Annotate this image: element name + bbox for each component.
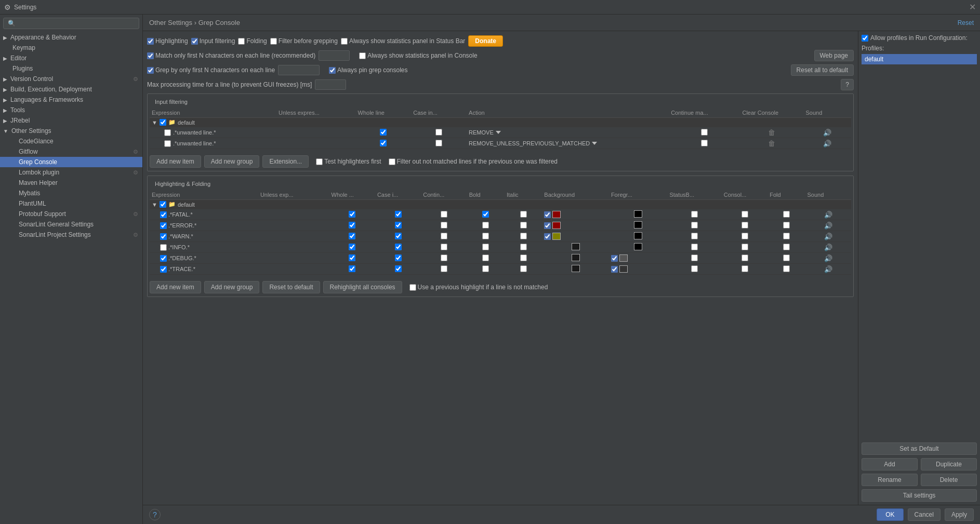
profile-item[interactable]: default: [862, 54, 977, 64]
always-show-stats-console-check[interactable]: [359, 52, 366, 59]
reset-all-button[interactable]: Reset all to default: [791, 64, 854, 76]
grep-only-checkbox[interactable]: Grep by only first N characters on each …: [147, 66, 275, 74]
fg-checkbox[interactable]: [611, 265, 666, 273]
consol-check[interactable]: [741, 222, 748, 229]
sidebar-item-mybatis[interactable]: Mybatis: [0, 188, 142, 198]
row-checkbox[interactable]: [160, 266, 167, 273]
bold-check[interactable]: [482, 244, 489, 250]
always-pin-checkbox[interactable]: Always pin grep consoles: [329, 66, 407, 74]
case-check[interactable]: [395, 233, 402, 239]
bold-check[interactable]: [482, 265, 489, 272]
set-as-default-button[interactable]: Set as Default: [862, 442, 977, 455]
consol-check[interactable]: [741, 211, 748, 218]
delete-button[interactable]: Delete: [921, 474, 977, 486]
folding-checkbox[interactable]: Folding: [238, 37, 267, 45]
cancel-button[interactable]: Cancel: [908, 508, 941, 521]
use-previous-check[interactable]: [409, 284, 416, 291]
whole-check[interactable]: [349, 222, 355, 229]
statusb-check[interactable]: [691, 265, 698, 272]
contin-check[interactable]: [441, 265, 447, 272]
use-previous-checkbox[interactable]: Use a previous highlight if a line is no…: [409, 284, 548, 291]
help-button[interactable]: ?: [841, 79, 854, 90]
filter-before-grepping-check[interactable]: [270, 38, 277, 45]
consol-check[interactable]: [741, 233, 748, 239]
sidebar-item-codeglance[interactable]: CodeGlance: [0, 136, 142, 146]
italic-check[interactable]: [520, 244, 527, 250]
contin-check[interactable]: [441, 222, 447, 229]
sidebar-item-version-control[interactable]: ▶ Version Control ⚙: [0, 74, 142, 84]
contin-check[interactable]: [441, 211, 447, 218]
whole-check[interactable]: [349, 265, 355, 272]
whole-line-check[interactable]: [380, 140, 387, 146]
allow-profiles-check[interactable]: [862, 35, 868, 42]
statusb-check[interactable]: [691, 244, 698, 250]
whole-check[interactable]: [349, 254, 355, 261]
whole-line-check[interactable]: [380, 129, 387, 136]
fold-check[interactable]: [783, 265, 790, 272]
fg-checkbox[interactable]: [611, 254, 666, 262]
sound-icon[interactable]: 🔊: [824, 211, 832, 219]
sidebar-item-languages[interactable]: ▶ Languages & Frameworks: [0, 95, 142, 105]
bg-checkbox[interactable]: [544, 211, 607, 218]
match-only-checkbox[interactable]: Match only first N characters on each li…: [147, 52, 315, 59]
fold-check[interactable]: [783, 222, 790, 229]
sidebar-item-gitflow[interactable]: Gitflow ⚙: [0, 146, 142, 157]
sidebar-item-sonarlint-project[interactable]: SonarLint Project Settings ⚙: [0, 230, 142, 240]
add-item-button-2[interactable]: Add new item: [150, 281, 201, 293]
row-checkbox[interactable]: [160, 233, 167, 240]
sidebar-item-keymap[interactable]: Keymap: [0, 43, 142, 53]
grep-only-check[interactable]: [147, 67, 154, 74]
bg-checkbox[interactable]: [544, 222, 607, 229]
test-highlighters-check[interactable]: [316, 158, 323, 165]
add-group-button-2[interactable]: Add new group: [204, 281, 260, 293]
row-checkbox[interactable]: [160, 255, 167, 262]
statusb-check[interactable]: [691, 254, 698, 261]
test-highlighters-checkbox[interactable]: Test highlighters first: [316, 158, 381, 165]
sound-icon[interactable]: 🔊: [824, 254, 832, 262]
statusb-check[interactable]: [691, 211, 698, 218]
case-check[interactable]: [395, 244, 402, 250]
statusb-check[interactable]: [691, 222, 698, 229]
sound-icon[interactable]: 🔊: [823, 140, 831, 147]
folding-check[interactable]: [238, 38, 245, 45]
case-check[interactable]: [395, 254, 402, 261]
search-box[interactable]: 🔍: [3, 18, 139, 29]
delete-icon[interactable]: 🗑: [768, 128, 775, 137]
sidebar-item-jrebel[interactable]: ▶ JRebel: [0, 115, 142, 126]
always-show-stats-bar-check[interactable]: [341, 38, 348, 45]
consol-check[interactable]: [741, 254, 748, 261]
always-pin-check[interactable]: [329, 67, 336, 74]
sidebar-item-grep-console[interactable]: Grep Console: [0, 157, 142, 167]
whole-check[interactable]: [349, 244, 355, 250]
rename-button[interactable]: Rename: [862, 474, 918, 486]
ok-button[interactable]: OK: [877, 508, 903, 521]
fold-check[interactable]: [783, 254, 790, 261]
input-filtering-check[interactable]: [191, 38, 198, 45]
case-check[interactable]: [435, 140, 442, 146]
extension-button[interactable]: Extension...: [262, 155, 309, 168]
add-item-button[interactable]: Add new item: [150, 155, 201, 168]
sound-icon[interactable]: 🔊: [824, 265, 832, 273]
row-checkbox[interactable]: [164, 129, 171, 136]
case-check[interactable]: [435, 129, 442, 136]
help-bottom-button[interactable]: ?: [149, 509, 161, 520]
web-page-button[interactable]: Web page: [814, 50, 854, 61]
filter-out-check[interactable]: [389, 158, 395, 165]
bold-check[interactable]: [482, 222, 489, 229]
highlighting-check[interactable]: [147, 38, 154, 45]
statusb-check[interactable]: [691, 233, 698, 239]
search-input[interactable]: [18, 20, 135, 27]
add-group-button[interactable]: Add new group: [204, 155, 260, 168]
apply-button[interactable]: Apply: [945, 508, 974, 521]
italic-check[interactable]: [520, 222, 527, 229]
group-checkbox[interactable]: [160, 201, 166, 208]
donate-button[interactable]: Donate: [468, 35, 503, 47]
sidebar-item-plantuml[interactable]: PlantUML: [0, 198, 142, 209]
filter-out-checkbox[interactable]: Filter out not matched lines if the prev…: [389, 158, 558, 165]
sound-icon[interactable]: 🔊: [824, 244, 832, 251]
add-button[interactable]: Add: [862, 458, 918, 471]
case-check[interactable]: [395, 211, 402, 218]
sidebar-item-appearance[interactable]: ▶ Appearance & Behavior: [0, 32, 142, 43]
reset-button[interactable]: Reset: [958, 19, 974, 26]
always-show-stats-console-checkbox[interactable]: Always show statistics panel in Console: [359, 52, 477, 59]
